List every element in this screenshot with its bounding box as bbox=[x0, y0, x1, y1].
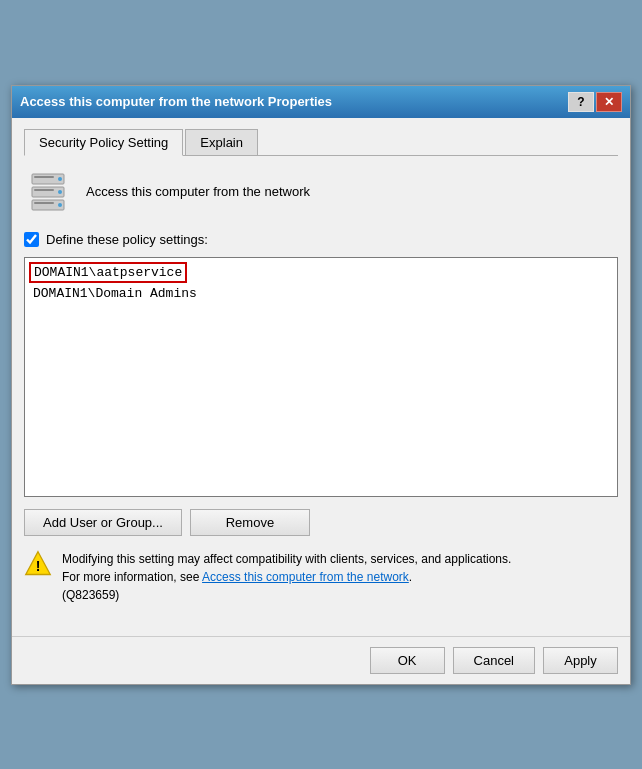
title-bar: Access this computer from the network Pr… bbox=[12, 86, 630, 118]
remove-button[interactable]: Remove bbox=[190, 509, 310, 536]
warning-box: ! Modifying this setting may affect comp… bbox=[24, 550, 618, 604]
policy-item[interactable]: DOMAIN1\Domain Admins bbox=[29, 284, 201, 303]
tab-security-policy[interactable]: Security Policy Setting bbox=[24, 129, 183, 156]
svg-point-3 bbox=[58, 177, 62, 181]
policy-header: Access this computer from the network bbox=[24, 168, 618, 216]
svg-rect-7 bbox=[34, 189, 54, 191]
close-button[interactable]: ✕ bbox=[596, 92, 622, 112]
policy-title: Access this computer from the network bbox=[86, 184, 310, 199]
warning-link[interactable]: Access this computer from the network bbox=[202, 570, 409, 584]
svg-point-5 bbox=[58, 203, 62, 207]
define-policy-checkbox[interactable] bbox=[24, 232, 39, 247]
bottom-buttons-bar: OK Cancel Apply bbox=[12, 636, 630, 684]
cancel-button[interactable]: Cancel bbox=[453, 647, 535, 674]
window-title: Access this computer from the network Pr… bbox=[20, 94, 332, 109]
add-user-button[interactable]: Add User or Group... bbox=[24, 509, 182, 536]
svg-rect-6 bbox=[34, 176, 54, 178]
warning-icon: ! bbox=[24, 550, 52, 578]
help-button[interactable]: ? bbox=[568, 92, 594, 112]
ok-button[interactable]: OK bbox=[370, 647, 445, 674]
action-buttons: Add User or Group... Remove bbox=[24, 509, 618, 536]
svg-point-4 bbox=[58, 190, 62, 194]
define-policy-label: Define these policy settings: bbox=[46, 232, 208, 247]
list-item: DOMAIN1\Domain Admins bbox=[29, 285, 613, 301]
define-policy-checkbox-row: Define these policy settings: bbox=[24, 232, 618, 247]
list-item: DOMAIN1\aatpservice bbox=[29, 262, 613, 283]
server-icon bbox=[24, 168, 72, 216]
tab-explain[interactable]: Explain bbox=[185, 129, 258, 156]
main-window: Access this computer from the network Pr… bbox=[11, 85, 631, 685]
apply-button[interactable]: Apply bbox=[543, 647, 618, 674]
warning-text: Modifying this setting may affect compat… bbox=[62, 550, 511, 604]
title-bar-buttons: ? ✕ bbox=[568, 92, 622, 112]
svg-rect-8 bbox=[34, 202, 54, 204]
policy-list[interactable]: DOMAIN1\aatpservice DOMAIN1\Domain Admin… bbox=[24, 257, 618, 497]
dialog-content: Security Policy Setting Explain Access t… bbox=[12, 118, 630, 636]
tab-bar: Security Policy Setting Explain bbox=[24, 128, 618, 156]
policy-item-selected[interactable]: DOMAIN1\aatpservice bbox=[29, 262, 187, 283]
svg-text:!: ! bbox=[36, 558, 41, 574]
